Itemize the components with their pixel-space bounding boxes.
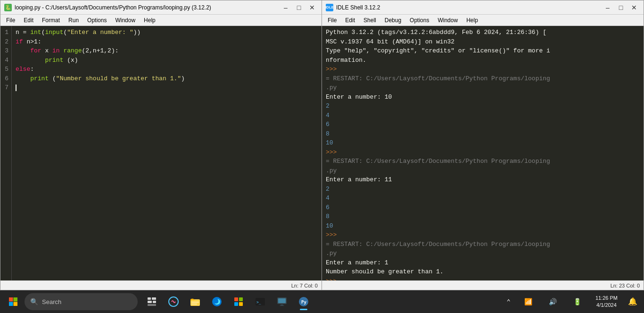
svg-rect-17	[239, 302, 243, 306]
shell-restart1-cont: .py	[326, 84, 337, 91]
shell-prompt2: >>>	[326, 149, 337, 156]
shell-status-text: Ln: 23 Col: 0	[611, 283, 640, 288]
shell-menu-file[interactable]: File	[324, 16, 340, 25]
editor-minimize-button[interactable]: –	[280, 3, 291, 12]
search-label: Search	[42, 298, 61, 305]
editor-menu-help[interactable]: Help	[140, 16, 159, 25]
file-explorer-button[interactable]	[185, 291, 206, 312]
editor-menu-run[interactable]: Run	[65, 16, 83, 25]
editor-menu-edit[interactable]: Edit	[20, 16, 37, 25]
copilot-icon	[168, 296, 179, 307]
edge-icon	[212, 296, 222, 307]
editor-menu-format[interactable]: Format	[38, 16, 64, 25]
svg-rect-4	[148, 297, 151, 300]
shell-menu-options[interactable]: Options	[406, 16, 433, 25]
shell-menu-help[interactable]: Help	[462, 16, 482, 25]
bell-icon: 🔔	[628, 297, 637, 306]
network-icon[interactable]: 📶	[518, 291, 539, 312]
speaker-icon: 🔊	[549, 298, 557, 306]
svg-rect-11	[191, 302, 199, 303]
shell-run2-prompt: Enter a number: 11	[326, 176, 392, 183]
shell-icon: IDLE	[326, 4, 333, 11]
shell-initial-prompt: >>>	[326, 66, 337, 73]
shell-restart3-cont: .py	[326, 250, 337, 257]
shell-out1-4: 8	[326, 130, 330, 137]
shell-startup-line1: Python 3.12.2 (tags/v3.12.2:6abddd9, Feb…	[326, 29, 546, 36]
editor-status-text: Ln: 7 Col: 0	[291, 283, 318, 288]
system-tray-icons[interactable]: ⌃	[503, 296, 514, 308]
svg-rect-7	[153, 301, 156, 303]
shell-output-area[interactable]: Python 3.12.2 (tags/v3.12.2:6abddd9, Feb…	[322, 26, 644, 280]
file-explorer-icon	[190, 296, 200, 307]
display-settings-button[interactable]	[272, 291, 292, 312]
svg-rect-5	[152, 297, 156, 300]
editor-maximize-button[interactable]: □	[293, 3, 305, 12]
battery-status-icon: 🔋	[573, 298, 581, 306]
battery-icon[interactable]: 🔋	[567, 291, 588, 312]
editor-close-button[interactable]: ✕	[306, 3, 318, 12]
code-content[interactable]: n = int(input("Enter a number: ")) if n>…	[12, 26, 322, 280]
store-button[interactable]	[228, 291, 249, 312]
shell-out2-5: 10	[326, 222, 333, 229]
start-button[interactable]	[4, 292, 23, 311]
windows-logo-icon	[8, 297, 18, 306]
terminal-button[interactable]: >_	[250, 291, 271, 312]
shell-minimize-button[interactable]: –	[602, 3, 613, 12]
notification-button[interactable]: 🔔	[625, 292, 640, 311]
shell-final-prompt: >>>	[326, 278, 337, 281]
task-view-button[interactable]	[141, 291, 162, 312]
shell-run3-output: Number should be greater than 1.	[326, 268, 444, 275]
shell-run3-prompt: Enter a number: 1	[326, 259, 388, 266]
terminal-icon: >_	[255, 296, 265, 307]
shell-maximize-button[interactable]: □	[615, 3, 627, 12]
editor-menu-window[interactable]: Window	[111, 16, 139, 25]
line-numbers: 1 2 3 4 5 6 7	[0, 26, 12, 280]
store-icon	[233, 296, 244, 307]
svg-rect-2	[9, 302, 13, 306]
shell-menu-debug[interactable]: Debug	[381, 16, 405, 25]
python-idle-button[interactable]: Py	[293, 291, 314, 312]
shell-close-button[interactable]: ✕	[628, 3, 640, 12]
editor-title-text: looping.py - C:/Users/Laysoft/Documents/…	[15, 4, 211, 11]
shell-title-left: IDLE IDLE Shell 3.12.2	[326, 4, 380, 11]
svg-rect-14	[234, 297, 238, 301]
volume-icon[interactable]: 🔊	[543, 291, 563, 312]
shell-menu-edit[interactable]: Edit	[341, 16, 359, 25]
editor-menu-bar: File Edit Format Run Options Window Help	[0, 15, 322, 26]
taskbar-pinned-icons: >_ Py	[141, 291, 314, 312]
clock-display[interactable]: 11:26 PM 4/1/2024	[592, 293, 621, 311]
taskbar: 🔍 Search	[0, 290, 644, 313]
svg-text:>_: >_	[256, 300, 261, 305]
svg-rect-1	[14, 297, 18, 302]
taskbar-system-tray: ⌃ 📶 🔊 🔋 11:26 PM 4/1/2024 🔔	[503, 291, 640, 312]
shell-out1-1: 2	[326, 102, 330, 110]
shell-startup-line2: MSC v.1937 64 bit (AMD64)] on win32	[326, 38, 454, 45]
copilot-button[interactable]	[163, 291, 184, 312]
taskbar-search-box[interactable]: 🔍 Search	[25, 293, 138, 310]
shell-restart2: = RESTART: C:/Users/Laysoft/Documents/Py…	[326, 158, 550, 165]
shell-menu-window[interactable]: Window	[434, 16, 462, 25]
svg-rect-15	[239, 297, 243, 301]
editor-status-bar: Ln: 7 Col: 0	[0, 280, 322, 290]
search-icon: 🔍	[30, 298, 38, 306]
shell-title-text: IDLE Shell 3.12.2	[336, 4, 380, 11]
chevron-up-icon: ⌃	[506, 298, 510, 306]
wifi-icon: 📶	[524, 298, 532, 306]
editor-code-area[interactable]: 1 2 3 4 5 6 7 n = int(input("Enter a num…	[0, 26, 322, 280]
shell-prompt3: >>>	[326, 231, 337, 238]
edge-browser-button[interactable]	[206, 291, 227, 312]
shell-out1-3: 6	[326, 121, 330, 128]
editor-menu-options[interactable]: Options	[83, 16, 110, 25]
shell-status-bar: Ln: 23 Col: 0	[322, 280, 644, 290]
svg-rect-22	[281, 305, 283, 305]
shell-menu-shell[interactable]: Shell	[360, 16, 380, 25]
shell-out2-1: 2	[326, 186, 330, 193]
python-taskbar-icon: Py	[298, 296, 309, 307]
editor-title-controls: – □ ✕	[280, 3, 318, 12]
shell-run1-prompt: Enter a number: 10	[326, 93, 392, 101]
shell-restart2-cont: .py	[326, 167, 337, 174]
svg-rect-6	[148, 301, 152, 303]
svg-rect-3	[14, 302, 18, 306]
editor-menu-file[interactable]: File	[2, 16, 19, 25]
shell-title-bar: IDLE IDLE Shell 3.12.2 – □ ✕	[322, 0, 644, 15]
